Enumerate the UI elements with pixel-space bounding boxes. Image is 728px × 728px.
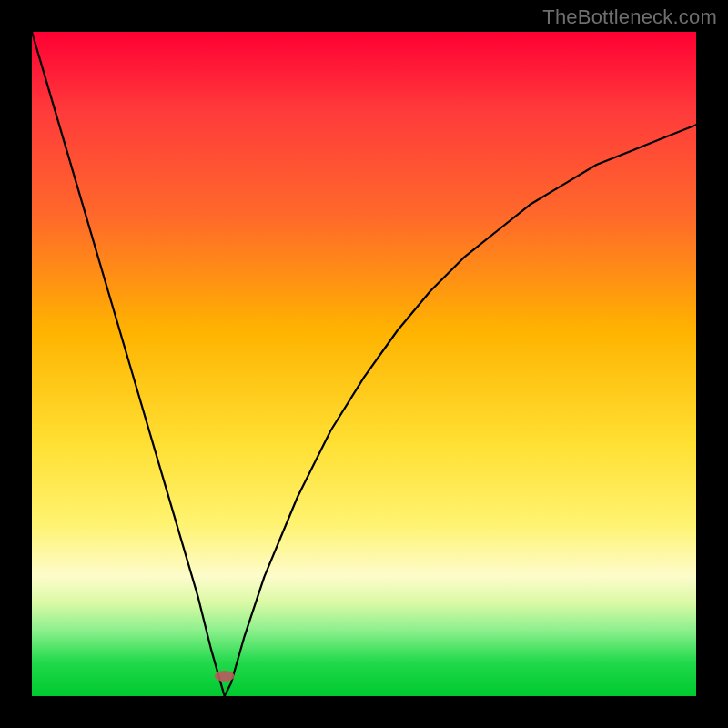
plot-area	[32, 32, 696, 696]
optimal-marker	[215, 671, 235, 682]
watermark-text: TheBottleneck.com	[542, 5, 717, 29]
curve-layer	[32, 32, 696, 696]
bottleneck-curve	[32, 32, 696, 696]
